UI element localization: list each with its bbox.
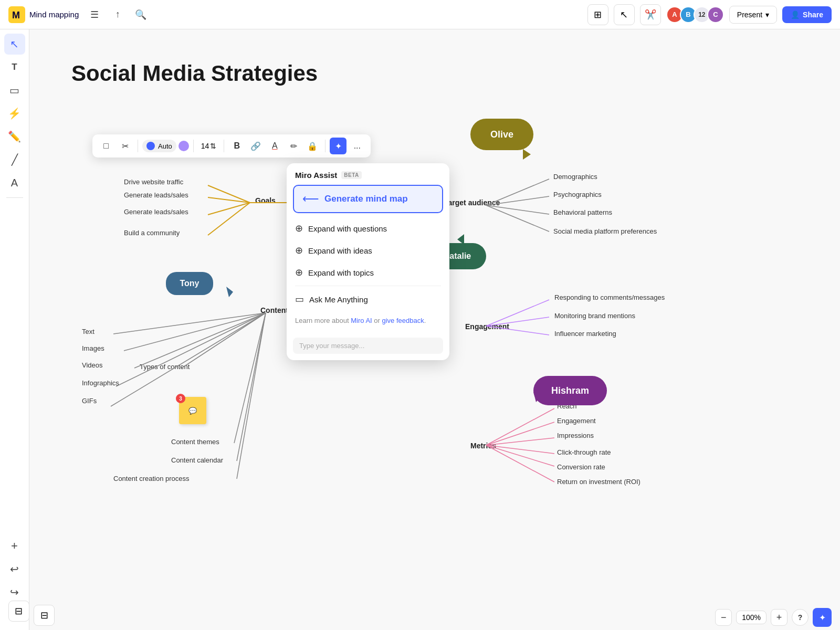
- map-view-button[interactable]: ⊟: [8, 601, 29, 622]
- assist-input-placeholder: Type your message...: [299, 342, 364, 350]
- select-button[interactable]: ↖: [614, 4, 635, 25]
- goal-item-2: Generate leads/sales: [124, 191, 188, 199]
- content-label: Content: [260, 306, 288, 314]
- apps-button[interactable]: ⊞: [587, 4, 608, 25]
- text-tool[interactable]: T: [4, 57, 25, 78]
- sidebar: ↖ T ▭ ⚡ ✏️ ╱ A + ↩ ↪ ⊟: [0, 29, 29, 630]
- font-size-arrows: ⇅: [210, 142, 216, 150]
- target-item-1: Demographics: [553, 173, 597, 181]
- add-tool[interactable]: +: [4, 536, 25, 556]
- miro-assist-panel: Miro Assist BETA ⟵ Generate mind map ⊕ E…: [287, 163, 449, 360]
- assist-beta-badge: BETA: [341, 171, 361, 179]
- pen-tool[interactable]: ✏️: [4, 126, 25, 147]
- ftb-separator-3: [224, 140, 224, 152]
- metric-roi: Return on investment (ROI): [557, 478, 640, 486]
- expand-topics-icon: ⊕: [295, 267, 303, 278]
- goals-label: Goals: [255, 196, 276, 205]
- sticky-tool[interactable]: A: [4, 172, 25, 193]
- nav-button[interactable]: ✦: [813, 608, 832, 627]
- share-button[interactable]: 👤 Share: [782, 6, 832, 23]
- menu-button[interactable]: ☰: [85, 5, 104, 24]
- svg-line-3: [208, 197, 250, 203]
- svg-line-18: [182, 313, 266, 368]
- ftb-highlight[interactable]: ✏: [285, 138, 302, 154]
- connector-tool[interactable]: ⚡: [4, 103, 25, 124]
- engagement-item-3: Influencer marketing: [554, 330, 616, 338]
- undo-button[interactable]: ↩: [4, 559, 25, 580]
- content-infographics: Infographics: [82, 379, 119, 387]
- assist-divider: [295, 286, 441, 286]
- ftb-color-text[interactable]: A: [266, 138, 283, 154]
- assist-footer: Learn more about Miro AI or give feedbac…: [287, 310, 449, 333]
- ftb-lock[interactable]: 🔒: [304, 138, 321, 154]
- content-calendar: Content calendar: [171, 456, 223, 464]
- sticky-badge: 3: [176, 394, 185, 403]
- ftb-auto-toggle[interactable]: Auto: [142, 140, 176, 152]
- ftb-more[interactable]: ...: [349, 138, 365, 154]
- metrics-label: Metrics: [470, 442, 496, 450]
- assist-ask-anything[interactable]: ▭ Ask Me Anything: [287, 288, 449, 310]
- assist-generate-button[interactable]: ⟵ Generate mind map: [293, 185, 443, 213]
- assist-expand-questions[interactable]: ⊕ Expand with questions: [287, 217, 449, 239]
- timer-button[interactable]: ✂️: [640, 4, 661, 25]
- svg-line-17: [111, 313, 266, 406]
- ftb-link[interactable]: 🔗: [247, 138, 264, 154]
- metric-conversion: Conversion rate: [557, 463, 605, 471]
- arrow-tool[interactable]: ╱: [4, 149, 25, 170]
- svg-line-2: [208, 185, 250, 203]
- give-feedback-link[interactable]: give feedback: [382, 317, 424, 324]
- assist-title: Miro Assist: [295, 171, 337, 180]
- svg-text:M: M: [12, 10, 20, 20]
- help-button[interactable]: ?: [792, 609, 808, 626]
- present-button[interactable]: Present ▾: [729, 6, 777, 24]
- content-videos: Videos: [82, 361, 103, 369]
- ask-icon: ▭: [295, 293, 304, 305]
- share-label: Share: [803, 10, 823, 19]
- ftb-ai-button[interactable]: ✦: [330, 138, 346, 154]
- floating-toolbar: □ ✂ Auto 14 ⇅ B 🔗 A ✏ 🔒 ✦ ...: [92, 134, 371, 158]
- ftb-color-picker[interactable]: [178, 141, 189, 151]
- toggle-indicator: [146, 142, 155, 150]
- target-item-4: Social media platform preferences: [553, 227, 657, 235]
- canvas-content: Social Media Strategies: [29, 29, 840, 630]
- svg-line-27: [486, 422, 554, 445]
- content-gifs: GIFs: [82, 397, 97, 405]
- assist-expand-topics[interactable]: ⊕ Expand with topics: [287, 261, 449, 284]
- miro-ai-link[interactable]: Miro AI: [351, 317, 372, 324]
- sticky-note[interactable]: 3 💬: [179, 397, 206, 424]
- search-button[interactable]: 🔍: [131, 5, 150, 24]
- svg-line-14: [124, 313, 266, 351]
- sticky-icon: 💬: [188, 407, 197, 415]
- zoom-percentage[interactable]: 100%: [736, 611, 766, 624]
- engagement-item-2: Monitoring brand mentions: [554, 312, 635, 320]
- zoom-in-button[interactable]: +: [771, 609, 788, 626]
- metric-impressions: Impressions: [557, 432, 594, 439]
- svg-line-21: [237, 313, 266, 479]
- cursor-tool[interactable]: ↖: [4, 34, 25, 55]
- expand-ideas-label: Expand with ideas: [308, 246, 372, 255]
- tony-node[interactable]: Tony: [166, 272, 213, 295]
- font-size-value: 14: [201, 142, 209, 150]
- svg-line-16: [116, 313, 266, 386]
- svg-line-19: [234, 313, 266, 443]
- avatar-group: A B 12 C: [666, 6, 724, 23]
- redo-button[interactable]: ↪: [4, 582, 25, 603]
- olive-node[interactable]: Olive: [470, 119, 533, 150]
- svg-line-30: [486, 445, 554, 466]
- svg-line-11: [486, 205, 549, 232]
- ftb-select[interactable]: □: [98, 138, 114, 154]
- shape-tool[interactable]: ▭: [4, 80, 25, 101]
- svg-line-20: [237, 313, 266, 461]
- minimap-button[interactable]: ⊟: [34, 605, 55, 626]
- content-creation: Content creation process: [113, 475, 190, 482]
- ftb-cut[interactable]: ✂: [117, 138, 133, 154]
- assist-expand-ideas[interactable]: ⊕ Expand with ideas: [287, 239, 449, 261]
- hishram-node[interactable]: Hishram: [533, 376, 607, 405]
- svg-line-4: [208, 203, 250, 215]
- zoom-out-button[interactable]: −: [715, 609, 732, 626]
- share-icon: 👤: [791, 10, 800, 19]
- ftb-font-size[interactable]: 14 ⇅: [198, 140, 220, 152]
- toggle-label: Auto: [158, 142, 172, 150]
- share-export-button[interactable]: ↑: [108, 5, 127, 24]
- ftb-bold[interactable]: B: [228, 138, 245, 154]
